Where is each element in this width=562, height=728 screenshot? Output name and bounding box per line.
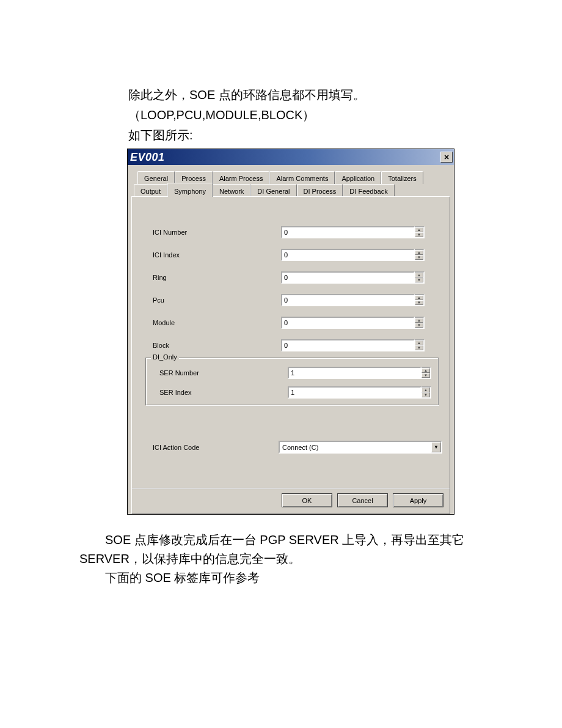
outro-text: SOE 点库修改完成后在一台 PGP SERVER 上导入，再导出至其它 SER… bbox=[79, 531, 483, 587]
input-ici-index[interactable] bbox=[281, 249, 415, 261]
spin-down-ring[interactable]: ▼ bbox=[415, 278, 423, 282]
tab-application[interactable]: Application bbox=[335, 171, 381, 184]
label-ser-index: SER Index bbox=[159, 389, 288, 396]
select-ici-action-code[interactable]: Connect (C) ▼ bbox=[279, 441, 442, 454]
spin-down-ser-number[interactable]: ▼ bbox=[422, 373, 430, 378]
dialog-window: EV001 × General Process Alarm Process Al… bbox=[127, 149, 454, 515]
intro-text: 除此之外，SOE 点的环路信息都不用填写。 （LOOP,PCU,MODULE,B… bbox=[128, 86, 483, 145]
chevron-down-icon: ▼ bbox=[424, 393, 428, 397]
intro-line2: （LOOP,PCU,MODULE,BLOCK） bbox=[128, 106, 483, 125]
spin-down-ici-number[interactable]: ▼ bbox=[415, 232, 423, 237]
row-ring: Ring ▲ ▼ bbox=[139, 271, 442, 284]
row-ici-number: ICI Number ▲ ▼ bbox=[139, 226, 442, 238]
tab-di-general[interactable]: DI General bbox=[250, 184, 296, 197]
window-title: EV001 bbox=[130, 151, 165, 164]
chevron-up-icon: ▲ bbox=[417, 318, 421, 322]
spin-down-pcu[interactable]: ▼ bbox=[415, 300, 423, 305]
row-ici-action-code: ICI Action Code Connect (C) ▼ bbox=[139, 441, 442, 454]
tab-row-2: Output Symphony Network DI General DI Pr… bbox=[131, 184, 450, 197]
tab-output[interactable]: Output bbox=[134, 184, 167, 197]
outro-line1: SOE 点库修改完成后在一台 PGP SERVER 上导入，再导出至其它 bbox=[79, 531, 483, 550]
row-ser-index: SER Index ▲ ▼ bbox=[153, 386, 437, 399]
tab-alarm-process[interactable]: Alarm Process bbox=[213, 171, 270, 184]
chevron-down-icon: ▼ bbox=[424, 373, 428, 377]
ok-button[interactable]: OK bbox=[282, 493, 332, 507]
label-ser-number: SER Number bbox=[159, 369, 288, 377]
tab-alarm-comments[interactable]: Alarm Comments bbox=[269, 171, 335, 184]
spin-up-ici-number[interactable]: ▲ bbox=[415, 227, 423, 232]
intro-line3: 如下图所示: bbox=[128, 126, 483, 145]
outro-line3: 下面的 SOE 标签库可作参考 bbox=[79, 568, 483, 587]
tab-general[interactable]: General bbox=[137, 171, 175, 184]
tab-panel-symphony: ICI Number ▲ ▼ ICI Index ▲ bbox=[131, 196, 450, 514]
dialog-button-bar: OK Cancel Apply bbox=[132, 488, 450, 513]
apply-button[interactable]: Apply bbox=[393, 493, 443, 507]
spin-up-module[interactable]: ▲ bbox=[415, 318, 423, 323]
row-block: Block ▲ ▼ bbox=[139, 339, 442, 351]
chevron-up-icon: ▲ bbox=[417, 341, 421, 345]
dropdown-button[interactable]: ▼ bbox=[431, 442, 441, 452]
label-ici-index: ICI Index bbox=[153, 251, 281, 259]
chevron-up-icon: ▲ bbox=[417, 273, 421, 277]
chevron-up-icon: ▲ bbox=[424, 369, 428, 372]
label-ici-number: ICI Number bbox=[153, 229, 281, 236]
chevron-down-icon: ▼ bbox=[417, 233, 421, 237]
spin-down-ici-index[interactable]: ▼ bbox=[415, 255, 423, 260]
tab-di-feedback[interactable]: DI Feedback bbox=[343, 184, 394, 197]
row-module: Module ▲ ▼ bbox=[139, 317, 442, 329]
label-block: Block bbox=[153, 342, 281, 349]
input-block[interactable] bbox=[281, 339, 415, 351]
row-ser-number: SER Number ▲ ▼ bbox=[153, 367, 437, 379]
cancel-button[interactable]: Cancel bbox=[337, 493, 388, 507]
tab-row-1: General Process Alarm Process Alarm Comm… bbox=[131, 171, 450, 184]
input-module[interactable] bbox=[281, 317, 415, 329]
chevron-down-icon: ▼ bbox=[434, 444, 439, 450]
spin-up-ring[interactable]: ▲ bbox=[415, 273, 423, 278]
chevron-down-icon: ▼ bbox=[417, 301, 421, 304]
titlebar: EV001 × bbox=[128, 149, 454, 165]
select-value: Connect (C) bbox=[280, 444, 431, 451]
label-ici-action-code: ICI Action Code bbox=[153, 444, 279, 451]
chevron-up-icon: ▲ bbox=[417, 296, 421, 300]
close-icon: × bbox=[444, 153, 449, 161]
chevron-down-icon: ▼ bbox=[417, 323, 421, 327]
spin-up-ici-index[interactable]: ▲ bbox=[415, 250, 423, 255]
input-ici-number[interactable] bbox=[281, 226, 415, 238]
groupbox-title: DI_Only bbox=[151, 353, 179, 361]
chevron-up-icon: ▲ bbox=[417, 228, 421, 232]
input-ser-number[interactable] bbox=[288, 367, 422, 379]
input-pcu[interactable] bbox=[281, 294, 415, 306]
label-module: Module bbox=[153, 319, 281, 326]
spin-down-module[interactable]: ▼ bbox=[415, 323, 423, 328]
spin-up-block[interactable]: ▲ bbox=[415, 340, 423, 345]
spin-down-block[interactable]: ▼ bbox=[415, 345, 423, 350]
tabs-container: General Process Alarm Process Alarm Comm… bbox=[128, 165, 454, 514]
tab-totalizers[interactable]: Totalizers bbox=[381, 171, 423, 184]
input-ser-index[interactable] bbox=[288, 386, 422, 399]
chevron-down-icon: ▼ bbox=[417, 256, 421, 259]
tab-process[interactable]: Process bbox=[175, 171, 213, 184]
row-ici-index: ICI Index ▲ ▼ bbox=[139, 249, 442, 261]
label-ring: Ring bbox=[153, 274, 281, 281]
chevron-up-icon: ▲ bbox=[417, 251, 421, 254]
tab-symphony[interactable]: Symphony bbox=[167, 183, 213, 197]
chevron-down-icon: ▼ bbox=[417, 278, 421, 282]
tab-di-process[interactable]: DI Process bbox=[297, 184, 343, 197]
row-pcu: Pcu ▲ ▼ bbox=[139, 294, 442, 306]
label-pcu: Pcu bbox=[153, 296, 281, 304]
spin-up-ser-number[interactable]: ▲ bbox=[422, 368, 430, 373]
spin-down-ser-index[interactable]: ▼ bbox=[422, 392, 430, 397]
groupbox-di-only: DI_Only SER Number ▲ ▼ SER Index bbox=[145, 358, 439, 405]
tab-network[interactable]: Network bbox=[213, 184, 250, 197]
intro-line1: 除此之外，SOE 点的环路信息都不用填写。 bbox=[128, 86, 483, 105]
chevron-up-icon: ▲ bbox=[424, 388, 428, 392]
spin-up-pcu[interactable]: ▲ bbox=[415, 295, 423, 300]
chevron-down-icon: ▼ bbox=[417, 346, 421, 350]
input-ring[interactable] bbox=[281, 271, 415, 284]
spin-up-ser-index[interactable]: ▲ bbox=[422, 388, 430, 392]
close-button[interactable]: × bbox=[440, 152, 453, 163]
outro-line2: SERVER，以保持库中的信息完全一致。 bbox=[79, 550, 483, 568]
